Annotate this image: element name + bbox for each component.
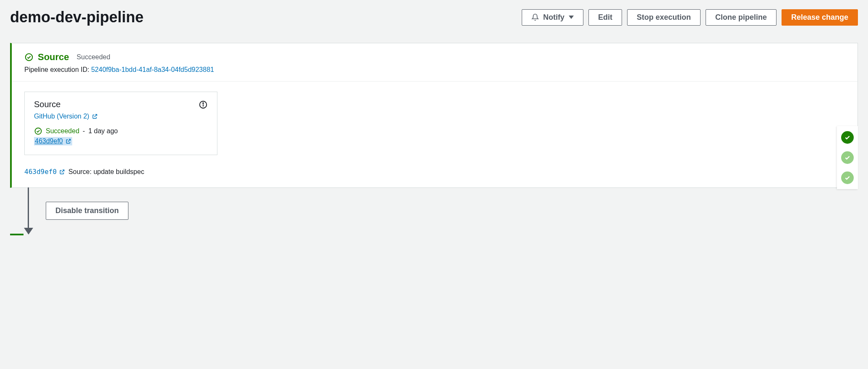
external-link-icon [92,113,98,119]
execution-id-link[interactable]: 5240f9ba-1bdd-41af-8a34-04fd5d923881 [91,66,214,73]
check-circle-icon [34,127,42,135]
action-title: Source [34,100,60,109]
action-status: Succeeded [46,127,79,135]
external-link-icon [65,138,71,144]
status-rail [837,126,858,189]
stage-commit-summary: 463d9ef0 Source: update buildspec [24,168,845,176]
status-badge[interactable] [841,151,854,164]
check-circle-icon [24,53,34,62]
next-stage-indicator [10,234,24,235]
external-link-icon [59,169,65,175]
caret-down-icon [569,16,574,19]
page-title: demo-dev-pipeline [10,8,144,26]
transition-row: Disable transition [28,187,858,234]
notify-button[interactable]: Notify [522,9,583,26]
execution-id-row: Pipeline execution ID: 5240f9ba-1bdd-41a… [24,66,845,74]
clone-pipeline-button[interactable]: Clone pipeline [706,9,776,26]
status-separator: - [83,127,85,135]
action-commit-hash: 463d9ef0 [35,137,63,145]
stage-body: Source GitHub (Version 2) [12,82,858,187]
stage-commit-link[interactable]: 463d9ef0 [24,168,65,176]
notify-label: Notify [543,13,565,22]
action-card-source: Source GitHub (Version 2) [24,92,217,155]
disable-transition-button[interactable]: Disable transition [46,202,128,220]
status-badge[interactable] [841,171,854,184]
stage-name: Source [38,52,69,63]
header: demo-dev-pipeline Notify Edit Stop execu… [10,8,858,26]
action-provider-label: GitHub (Version 2) [34,113,89,120]
execution-id-label: Pipeline execution ID: [24,66,89,73]
stage-commit-message: Source: update buildspec [68,168,144,176]
stage-commit-hash: 463d9ef0 [24,168,57,176]
edit-button[interactable]: Edit [588,9,622,26]
stop-execution-button[interactable]: Stop execution [627,9,701,26]
bell-icon [531,13,539,21]
svg-point-2 [203,103,204,103]
action-commit-link[interactable]: 463d9ef0 [34,137,72,145]
release-change-button[interactable]: Release change [782,9,858,26]
stage-status: Succeeded [77,53,110,61]
transition-arrow-icon [28,187,29,234]
stage-source: Source Succeeded Pipeline execution ID: … [10,43,858,188]
action-time: 1 day ago [88,127,118,135]
action-provider-link[interactable]: GitHub (Version 2) [34,113,98,120]
status-badge-current[interactable] [841,131,854,144]
info-icon[interactable] [199,100,208,109]
stage-header: Source Succeeded Pipeline execution ID: … [12,43,858,82]
